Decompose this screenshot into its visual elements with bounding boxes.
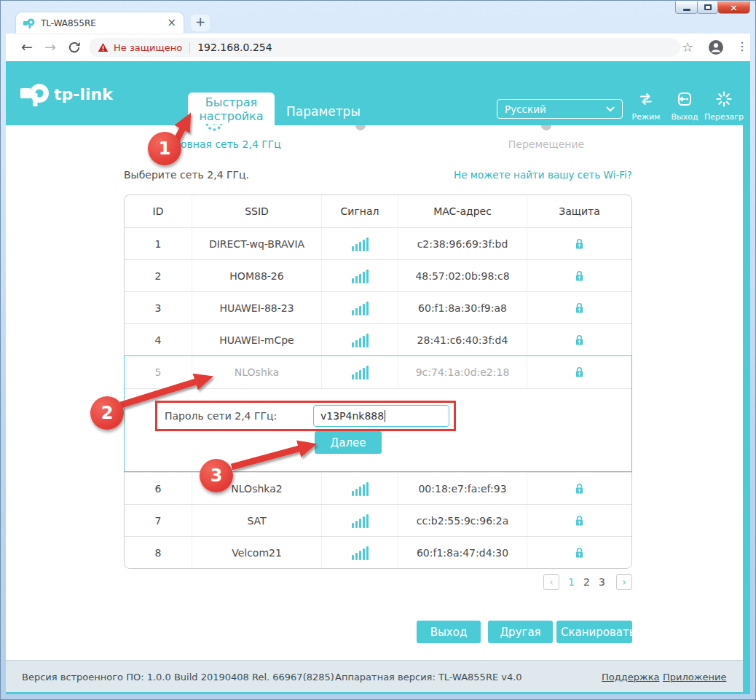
pagination-next-button[interactable]: › — [616, 574, 632, 590]
table-row[interactable]: 8 Velcom21 60:f1:8a:47:d4:30 — [125, 536, 631, 568]
close-window-button[interactable]: × — [717, 1, 750, 14]
table-row[interactable]: 2 HOM88-26 48:57:02:0b:98:c8 — [125, 259, 631, 291]
browser-toolbar: ← → Не защищено 192.168.0.254 ☆ ⋮ — [6, 34, 750, 61]
cell-id: 6 — [125, 473, 192, 504]
exit-button[interactable]: Выход — [417, 621, 481, 643]
cell-mac: 60:f1:8a:47:d4:30 — [398, 537, 527, 568]
lock-icon — [527, 473, 631, 504]
profile-avatar-icon[interactable] — [708, 39, 724, 55]
browser-window: × TL-WA855RE × + ← → Не защищено 19 — [0, 0, 756, 700]
signal-icon — [321, 292, 398, 323]
lock-icon — [527, 356, 631, 388]
cell-mac: 28:41:c6:40:3f:d4 — [398, 324, 527, 355]
back-icon[interactable]: ← — [21, 39, 33, 55]
password-input[interactable]: v13P4nk888 — [313, 405, 449, 427]
tplink-logo: tp-link — [16, 79, 125, 115]
logout-button[interactable]: Выход — [663, 90, 706, 122]
tab-title: TL-WA855RE — [41, 18, 167, 28]
step-label-relocate: Перемещение — [488, 138, 605, 150]
maximize-button[interactable] — [697, 1, 718, 14]
support-link[interactable]: Поддержка — [602, 672, 660, 683]
lock-icon — [527, 292, 631, 323]
logout-icon — [676, 90, 693, 108]
close-icon: × — [730, 3, 738, 12]
table-row-selected[interactable]: 5 NLOshka 9c:74:1a:0d:e2:18 — [125, 356, 631, 388]
app-link[interactable]: Приложение — [663, 672, 726, 683]
cell-ssid: HOM88-26 — [192, 260, 321, 291]
pagination-page-1[interactable]: 1 — [568, 576, 575, 588]
lock-icon — [527, 228, 631, 259]
tab-close-icon[interactable]: × — [167, 17, 176, 28]
wifi-network-table: ID SSID Сигнал MAC-адрес Защита 1 DIRECT… — [124, 194, 632, 569]
language-value: Русский — [505, 103, 546, 115]
table-row[interactable]: 4 HUAWEI-mCpe 28:41:c6:40:3f:d4 — [125, 323, 631, 355]
col-header-mac: MAC-адрес — [398, 195, 527, 227]
cell-ssid: SAT — [192, 505, 321, 536]
col-header-ssid: SSID — [192, 195, 321, 227]
table-header-row: ID SSID Сигнал MAC-адрес Защита — [125, 195, 631, 227]
pagination-page-3[interactable]: 3 — [599, 576, 605, 588]
signal-icon — [321, 228, 398, 259]
lock-icon — [527, 260, 631, 291]
tab-settings[interactable]: Параметры — [286, 104, 361, 119]
cell-id: 7 — [125, 505, 192, 536]
step-label-main-network: Основная сеть 2,4 ГГц — [148, 138, 294, 150]
cant-find-network-link[interactable]: Не можете найти вашу сеть Wi-Fi? — [454, 169, 632, 181]
minimize-button[interactable] — [675, 1, 698, 14]
col-header-id: ID — [125, 195, 192, 227]
page-footer: Версия встроенного ПО: 1.0.0 Build 20190… — [6, 660, 743, 692]
other-network-button[interactable]: Другая — [488, 621, 553, 643]
cell-mac: 60:f1:8a:30:f9:a8 — [398, 292, 527, 323]
bookmark-star-icon[interactable]: ☆ — [682, 39, 693, 55]
browser-tab[interactable]: TL-WA855RE × — [16, 12, 184, 34]
cell-mac: cc:b2:55:9c:96:2a — [398, 505, 527, 536]
table-row[interactable]: 3 HUAWEI-88-23 60:f1:8a:30:f9:a8 — [125, 291, 631, 323]
wifi-step-icon — [203, 124, 225, 133]
forward-icon[interactable]: → — [44, 39, 56, 55]
table-row[interactable]: 7 SAT cc:b2:55:9c:96:2a — [125, 504, 631, 536]
pagination-page-2[interactable]: 2 — [583, 576, 590, 588]
cell-id: 2 — [125, 260, 192, 291]
warning-icon — [98, 42, 109, 52]
lock-icon — [527, 537, 631, 568]
text-caret — [385, 410, 385, 422]
window-controls: × — [676, 1, 750, 14]
svg-text:tp-link: tp-link — [54, 85, 114, 103]
signal-icon — [321, 356, 398, 388]
cell-ssid: DIRECT-wq-BRAVIA — [192, 228, 321, 259]
mode-icon — [637, 90, 655, 108]
new-tab-button[interactable]: + — [191, 15, 210, 31]
reboot-icon — [715, 90, 733, 108]
address-bar[interactable]: Не защищено 192.168.0.254 — [89, 38, 680, 57]
cell-ssid: HUAWEI-88-23 — [192, 292, 321, 323]
hardware-version: Аппаратная версия: TL-WA855RE v4.0 — [335, 672, 522, 683]
reload-icon[interactable] — [68, 41, 81, 54]
tab-quick-setup[interactable]: Быстрая настройка — [188, 93, 275, 126]
minimize-icon — [683, 9, 690, 11]
col-header-signal: Сигнал — [321, 195, 398, 227]
table-row[interactable]: 6 NLOshka2 00:18:e7:fa:ef:93 — [125, 472, 631, 504]
signal-icon — [321, 473, 398, 504]
url-text[interactable]: 192.168.0.254 — [197, 42, 272, 53]
site-header: tp-link Русский Режим — [6, 61, 750, 125]
reboot-label: Перезагр — [702, 112, 746, 122]
security-warning[interactable]: Не защищено — [114, 42, 182, 53]
password-value: v13P4nk888 — [320, 410, 384, 422]
table-row[interactable]: 1 DIRECT-wq-BRAVIA c2:38:96:69:3f:bd — [125, 227, 631, 259]
signal-icon — [321, 505, 398, 536]
language-select[interactable]: Русский — [497, 99, 623, 119]
cell-ssid: NLOshka2 — [192, 473, 321, 504]
browser-menu-icon[interactable]: ⋮ — [736, 39, 748, 53]
next-button[interactable]: Далее — [315, 431, 382, 454]
mode-button[interactable]: Режим — [624, 90, 668, 122]
pagination-prev-button[interactable]: ‹ — [543, 574, 559, 590]
select-network-prompt: Выберите сеть 2,4 ГГц. — [124, 169, 249, 181]
cell-id: 3 — [125, 292, 192, 323]
password-label: Пароль сети 2,4 ГГц: — [165, 410, 277, 422]
chevron-down-icon — [606, 106, 615, 112]
signal-icon — [321, 260, 398, 291]
reboot-button[interactable]: Перезагр — [702, 90, 746, 122]
scan-button[interactable]: Сканировать — [556, 621, 632, 643]
cell-id: 5 — [125, 356, 192, 388]
cell-mac: 00:18:e7:fa:ef:93 — [398, 473, 527, 504]
